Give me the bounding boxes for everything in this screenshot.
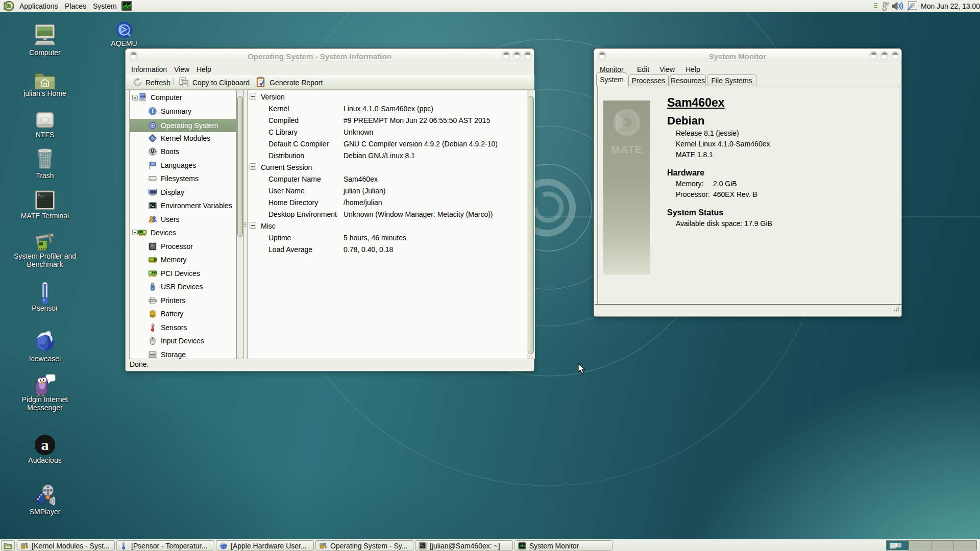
svg-text:a: a bbox=[41, 436, 49, 453]
